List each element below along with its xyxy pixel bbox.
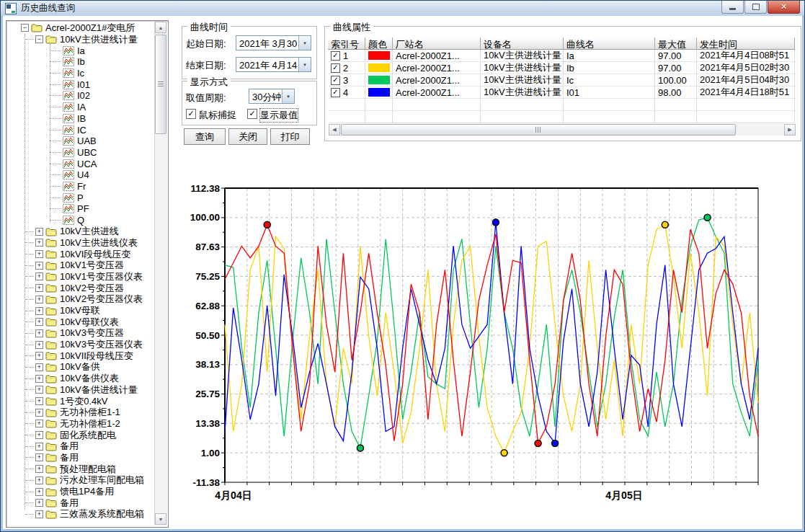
tree-item[interactable]: +污水处理车间配电箱 (8, 475, 154, 487)
collapse-icon[interactable]: − (21, 24, 29, 32)
tree-item[interactable]: +10kV母联仪表 (8, 316, 154, 328)
curve-visible-checkbox[interactable]: ✓ (331, 88, 340, 97)
tree-item[interactable]: +10kV3号变压器 (8, 328, 154, 340)
close-dialog-button[interactable]: 关闭 (228, 128, 267, 145)
expand-icon[interactable]: + (35, 409, 43, 417)
expand-icon[interactable]: + (35, 262, 43, 270)
restore-button[interactable] (744, 1, 767, 14)
tree-item[interactable]: UBC (8, 147, 154, 159)
titlebar[interactable]: 历史曲线查询 ✕ (1, 1, 804, 17)
start-date-combobox[interactable]: 2021年 3月30 ▼ (236, 35, 311, 50)
tree-item[interactable]: IC (8, 124, 154, 136)
expand-icon[interactable]: + (35, 318, 43, 326)
tree-item[interactable]: I02 (8, 90, 154, 102)
tree-item[interactable]: UCA (8, 158, 154, 169)
tree-item[interactable]: +三效蒸发系统配电箱 (8, 509, 154, 520)
close-button[interactable]: ✕ (768, 1, 800, 14)
scroll-right-button[interactable]: ▶ (784, 124, 796, 136)
tree-item[interactable]: +备用 (8, 440, 154, 452)
tree-item[interactable]: Fr (8, 181, 154, 192)
chevron-down-icon[interactable]: ▼ (298, 58, 311, 71)
curve-row[interactable]: ✓1Acrel-2000Z1...10kV主供进线计量Ia97.002021年4… (328, 50, 796, 62)
table-horizontal-scrollbar[interactable]: ◀ ▶ (329, 124, 796, 136)
scroll-down-button[interactable]: ▼ (155, 513, 166, 525)
minimize-button[interactable] (721, 1, 744, 14)
curve-row[interactable]: ✓4Acrel-2000Z1...10kV主供进线计量I0198.002021年… (328, 87, 796, 99)
chevron-down-icon[interactable]: ▼ (298, 36, 311, 50)
expand-icon[interactable]: + (35, 375, 43, 383)
expand-icon[interactable]: + (35, 431, 43, 439)
column-header[interactable]: 颜色 (365, 37, 393, 50)
scroll-left-button[interactable]: ◀ (329, 124, 340, 136)
column-header[interactable]: 索引号 (328, 37, 365, 50)
column-header[interactable]: 发生时间 (697, 37, 795, 50)
expand-icon[interactable]: + (35, 488, 43, 496)
tree-item[interactable]: UAB (8, 136, 154, 147)
tree-item[interactable]: Q (8, 215, 154, 226)
expand-icon[interactable]: + (35, 476, 43, 484)
collapse-icon[interactable]: − (35, 35, 43, 43)
show-extreme-checkbox[interactable]: ✓ (247, 109, 257, 119)
tree-item[interactable]: +10kV2号变压器 (8, 283, 154, 294)
expand-icon[interactable]: + (35, 284, 43, 292)
tree-item[interactable]: PF (8, 203, 154, 215)
scroll-thumb[interactable] (341, 124, 736, 136)
tree-item[interactable]: +1号变0.4kV (8, 396, 154, 407)
tree-item[interactable]: +10kV备供进线计量 (8, 384, 154, 396)
chevron-down-icon[interactable]: ▼ (282, 89, 294, 103)
scroll-thumb[interactable] (155, 35, 166, 134)
tree-vertical-scrollbar[interactable]: ▲ ▼ (154, 22, 167, 525)
tree-item[interactable]: +10kVII段母线压变 (8, 350, 154, 362)
scroll-up-button[interactable]: ▲ (155, 22, 166, 33)
tree-item[interactable]: +10kVI段母线压变 (8, 249, 154, 260)
expand-icon[interactable]: + (35, 386, 43, 394)
expand-icon[interactable]: + (35, 363, 43, 371)
print-button[interactable]: 打印 (270, 128, 310, 145)
tree-item[interactable]: +备用 (8, 497, 154, 509)
mouse-capture-checkbox[interactable]: ✓ (186, 109, 196, 119)
tree-item[interactable]: +10kV备供仪表 (8, 373, 154, 384)
tree-item[interactable]: +10kV主供进线 (8, 226, 154, 237)
tree-item[interactable]: Ia (8, 45, 154, 56)
curve-row[interactable]: ✓2Acrel-2000Z1...10kV主供进线计量Ib97.002021年4… (328, 62, 796, 74)
column-header[interactable]: 最大值 (655, 37, 697, 50)
tree-item[interactable]: +10kV1号变压器 (8, 260, 154, 271)
tree-item[interactable]: P (8, 192, 154, 203)
tree-item[interactable]: I01 (8, 79, 154, 90)
tree-item[interactable]: IB (8, 113, 154, 125)
column-header[interactable]: 设备名 (481, 37, 564, 50)
expand-icon[interactable]: + (35, 341, 43, 349)
tree-item[interactable]: +馈电1P4备用 (8, 486, 154, 497)
tree-item[interactable]: −10kV主供进线计量 (8, 34, 154, 45)
tree-item[interactable]: +10kV母联 (8, 305, 154, 316)
tree-item[interactable]: Ic (8, 68, 154, 79)
tree-item[interactable]: +无功补偿柜1-2 (8, 418, 154, 430)
curve-visible-checkbox[interactable]: ✓ (331, 51, 340, 61)
end-date-combobox[interactable]: 2021年 4月14 ▼ (236, 57, 311, 72)
tree-item[interactable]: +10kV1号变压器仪表 (8, 271, 154, 283)
period-combobox[interactable]: 30分钟 ▼ (249, 89, 295, 104)
expand-icon[interactable]: + (35, 228, 43, 236)
expand-icon[interactable]: + (35, 272, 43, 280)
curve-visible-checkbox[interactable]: ✓ (331, 63, 340, 73)
column-header[interactable]: 厂站名 (393, 37, 481, 50)
expand-icon[interactable]: + (35, 250, 43, 258)
column-header[interactable]: 曲线名 (564, 37, 655, 50)
expand-icon[interactable]: + (35, 239, 43, 247)
tree-item[interactable]: +10kV3号变压器仪表 (8, 339, 154, 350)
expand-icon[interactable]: + (35, 352, 43, 360)
expand-icon[interactable]: + (35, 329, 43, 337)
curve-visible-checkbox[interactable]: ✓ (331, 76, 340, 85)
expand-icon[interactable]: + (35, 453, 43, 461)
tree-item[interactable]: +10kV主供进线仪表 (8, 237, 154, 249)
expand-icon[interactable]: + (35, 510, 43, 518)
tree-item[interactable]: +10kV备供 (8, 362, 154, 373)
tree-item[interactable]: +备用 (8, 452, 154, 464)
expand-icon[interactable]: + (35, 296, 43, 303)
expand-icon[interactable]: + (35, 307, 43, 315)
tree-item[interactable]: −Acrel-2000Z1#变电所 (8, 22, 154, 34)
tree-item[interactable]: +10kV2号变压器仪表 (8, 294, 154, 306)
tree-item[interactable]: +无功补偿柜1-1 (8, 407, 154, 418)
tree-item[interactable]: U4 (8, 169, 154, 181)
tree-item[interactable]: IA (8, 102, 154, 113)
